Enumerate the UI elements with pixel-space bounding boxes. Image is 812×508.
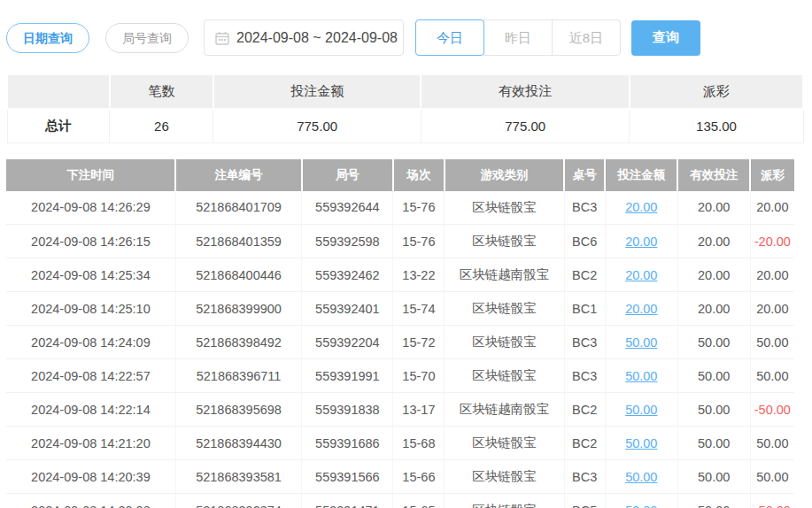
col-header-payout: 派彩	[750, 159, 794, 191]
cell-round: 559391838	[302, 393, 393, 427]
cell-bet-amount: 20.00	[605, 225, 677, 258]
cell-game-type: 区块链骰宝	[445, 292, 564, 326]
cell-round: 559392204	[302, 326, 393, 359]
cell-payout: -50.00	[750, 494, 794, 508]
cell-payout: -50.00	[750, 393, 794, 427]
cell-bet-time: 2024-09-08 14:20:39	[6, 460, 175, 494]
date-range-value: 2024-09-08 ~ 2024-09-08	[236, 30, 398, 46]
cell-bet-id: 521868393581	[175, 460, 301, 494]
cell-game-type: 区块链越南骰宝	[445, 393, 564, 427]
cell-session: 15-66	[393, 460, 445, 494]
cell-bet-id: 521868401359	[175, 225, 301, 258]
col-header-session: 场次	[393, 159, 445, 191]
cell-session: 15-74	[393, 292, 445, 326]
cell-session: 13-22	[393, 258, 445, 292]
table-row: 2024-09-08 14:26:29 521868401709 5593926…	[6, 191, 794, 225]
cell-bet-amount: 50.00	[605, 359, 677, 393]
cell-bet-time: 2024-09-08 14:26:15	[6, 225, 175, 258]
cell-payout: 20.00	[750, 191, 794, 225]
summary-total-bet-amount: 775.00	[213, 109, 421, 142]
bet-amount-link[interactable]: 50.00	[625, 504, 657, 508]
cell-game-type: 区块链骰宝	[445, 460, 564, 494]
cell-bet-id: 521868399900	[175, 292, 301, 326]
calendar-icon	[215, 31, 229, 45]
cell-session: 15-65	[393, 494, 445, 508]
bet-amount-link[interactable]: 50.00	[625, 335, 657, 350]
cell-bet-time: 2024-09-08 14:25:10	[6, 292, 175, 326]
table-row: 2024-09-08 14:25:34 521868400446 5593924…	[6, 258, 794, 292]
bet-amount-link[interactable]: 50.00	[625, 403, 657, 417]
cell-payout: 50.00	[750, 359, 794, 393]
cell-session: 15-76	[393, 225, 445, 258]
cell-table-no: BC3	[564, 191, 605, 225]
cell-payout: 50.00	[750, 427, 794, 460]
cell-valid-bet: 50.00	[677, 393, 750, 427]
col-header-bet-time: 下注时间	[6, 159, 175, 191]
summary-total-count: 26	[110, 109, 213, 142]
table-row: 2024-09-08 14:21:20 521868394430 5593916…	[6, 427, 794, 460]
cell-table-no: BC3	[564, 326, 605, 359]
bet-amount-link[interactable]: 20.00	[625, 235, 657, 249]
cell-bet-amount: 20.00	[605, 258, 677, 292]
bet-amount-link[interactable]: 20.00	[625, 302, 657, 316]
cell-bet-amount: 50.00	[605, 393, 677, 427]
col-header-game-type: 游戏类别	[445, 159, 564, 191]
cell-bet-time: 2024-09-08 14:24:09	[6, 326, 175, 359]
quick-filter-last8days[interactable]: 近8日	[552, 19, 621, 56]
cell-valid-bet: 20.00	[677, 292, 750, 326]
cell-round: 559392462	[302, 258, 393, 292]
cell-valid-bet: 50.00	[677, 427, 750, 460]
cell-bet-amount: 50.00	[605, 460, 677, 494]
round-query-tab[interactable]: 局号查询	[105, 23, 189, 53]
cell-game-type: 区块链骰宝	[445, 359, 564, 393]
cell-table-no: BC2	[564, 393, 605, 427]
cell-table-no: BC2	[564, 427, 605, 460]
records-header-row: 下注时间 注单编号 局号 场次 游戏类别 桌号 投注金额 有效投注 派彩	[6, 159, 794, 191]
cell-round: 559391471	[302, 494, 393, 508]
bet-amount-link[interactable]: 20.00	[625, 268, 657, 282]
quick-filter-yesterday[interactable]: 昨日	[483, 19, 553, 56]
col-header-bet-amount: 投注金额	[605, 159, 677, 191]
cell-bet-id: 521868392874	[175, 494, 301, 508]
search-button[interactable]: 查询	[631, 20, 700, 56]
cell-bet-amount: 20.00	[605, 292, 677, 326]
bet-amount-link[interactable]: 50.00	[625, 436, 657, 450]
cell-bet-id: 521868396711	[175, 359, 301, 393]
cell-valid-bet: 20.00	[677, 258, 750, 292]
cell-game-type: 区块链骰宝	[445, 326, 564, 359]
cell-table-no: BC1	[564, 292, 605, 326]
cell-session: 15-70	[393, 359, 445, 393]
cell-table-no: BC3	[564, 460, 605, 494]
cell-bet-time: 2024-09-08 14:22:14	[6, 393, 175, 427]
cell-bet-id: 521868394430	[175, 427, 301, 460]
cell-round: 559392598	[302, 225, 393, 258]
cell-valid-bet: 50.00	[677, 359, 750, 393]
cell-table-no: BC3	[564, 359, 605, 393]
bet-amount-link[interactable]: 50.00	[625, 470, 657, 484]
cell-payout: 20.00	[750, 258, 794, 292]
summary-total-payout: 135.00	[630, 109, 803, 142]
cell-bet-id: 521868395698	[175, 393, 301, 427]
cell-bet-time: 2024-09-08 14:21:20	[6, 427, 175, 460]
summary-header-row: 笔数 投注金额 有效投注 派彩	[7, 75, 803, 109]
summary-header-valid-bet: 有效投注	[421, 75, 630, 109]
quick-filter-today[interactable]: 今日	[415, 19, 484, 56]
col-header-round: 局号	[302, 159, 393, 191]
table-row: 2024-09-08 14:20:39 521868393581 5593915…	[6, 460, 794, 494]
cell-session: 15-76	[393, 191, 445, 225]
cell-bet-time: 2024-09-08 14:25:34	[6, 258, 175, 292]
bet-amount-link[interactable]: 50.00	[625, 369, 657, 383]
cell-session: 15-72	[393, 326, 445, 359]
cell-bet-amount: 50.00	[605, 494, 677, 508]
summary-total-label: 总计	[7, 109, 110, 142]
date-query-tab[interactable]: 日期查询	[6, 23, 89, 53]
table-row: 2024-09-08 14:25:10 521868399900 5593924…	[6, 292, 794, 326]
summary-table: 笔数 投注金额 有效投注 派彩 总计 26 775.00 775.00 135.…	[6, 75, 804, 143]
cell-round: 559391686	[302, 427, 393, 460]
summary-total-valid-bet: 775.00	[421, 109, 630, 142]
table-row: 2024-09-08 14:26:15 521868401359 5593925…	[6, 225, 794, 258]
cell-table-no: BC6	[564, 225, 605, 258]
date-range-picker[interactable]: 2024-09-08 ~ 2024-09-08	[204, 19, 404, 56]
cell-bet-amount: 20.00	[605, 191, 677, 225]
bet-amount-link[interactable]: 20.00	[625, 200, 657, 214]
